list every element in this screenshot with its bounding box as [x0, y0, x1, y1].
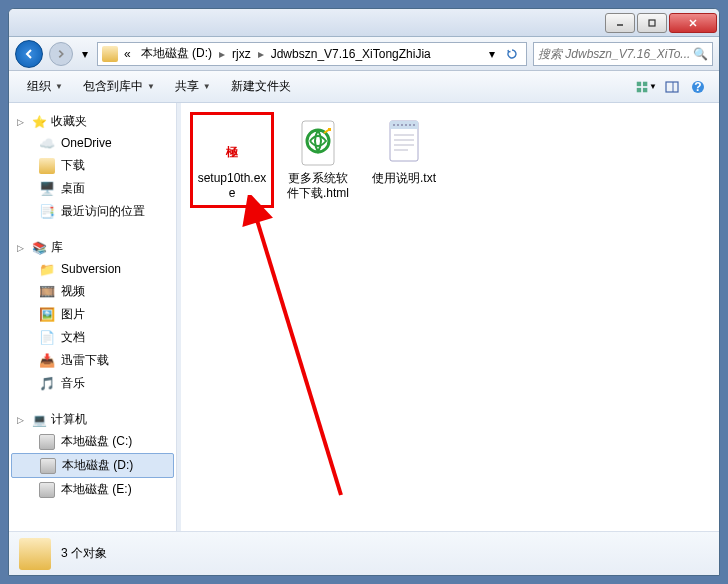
file-item-html[interactable]: 更多系统软件下载.html [279, 115, 357, 205]
search-input[interactable] [538, 47, 693, 61]
new-folder-button[interactable]: 新建文件夹 [223, 74, 299, 99]
breadcrumb-item[interactable]: rjxz [228, 45, 255, 63]
help-icon: ? [690, 79, 706, 95]
sidebar-favorites-header[interactable]: ▷ ⭐ 收藏夹 [9, 111, 176, 132]
sidebar-item-drive-e[interactable]: 本地磁盘 (E:) [9, 478, 176, 501]
sidebar-item-label: 音乐 [61, 375, 85, 392]
txt-icon [380, 119, 428, 167]
search-icon: 🔍 [693, 47, 708, 61]
svg-rect-8 [666, 82, 678, 92]
svg-point-22 [413, 124, 415, 126]
sidebar-item-label: 视频 [61, 283, 85, 300]
svn-icon: 📁 [39, 261, 55, 277]
sidebar-item-downloads[interactable]: 下载 [9, 154, 176, 177]
computer-icon: 💻 [31, 412, 47, 428]
desktop-icon: 🖥️ [39, 181, 55, 197]
svg-point-18 [397, 124, 399, 126]
sidebar-item-drive-c[interactable]: 本地磁盘 (C:) [9, 430, 176, 453]
back-button[interactable] [15, 40, 43, 68]
sidebar-item-thunder[interactable]: 📥迅雷下载 [9, 349, 176, 372]
arrow-right-icon [55, 48, 67, 60]
file-label: 更多系统软件下载.html [283, 171, 353, 201]
sidebar-item-recent[interactable]: 📑最近访问的位置 [9, 200, 176, 223]
svg-rect-4 [637, 81, 641, 85]
chevron-right-icon: ▸ [218, 47, 226, 61]
folder-icon [19, 538, 51, 570]
view-button[interactable]: ▼ [635, 76, 657, 98]
organize-button[interactable]: 组织▼ [19, 74, 71, 99]
breadcrumb-prefix[interactable]: « [120, 45, 135, 63]
svg-point-17 [393, 124, 395, 126]
sidebar-computer-header[interactable]: ▷ 💻 计算机 [9, 409, 176, 430]
sidebar-item-label: 本地磁盘 (E:) [61, 481, 132, 498]
annotation-arrow [241, 195, 361, 515]
svg-rect-1 [649, 20, 655, 26]
svg-point-21 [409, 124, 411, 126]
svg-rect-6 [637, 87, 641, 91]
view-icon [635, 79, 649, 95]
library-icon: 📚 [31, 240, 47, 256]
sidebar-item-label: 本地磁盘 (C:) [61, 433, 132, 450]
statusbar: 3 个对象 [9, 531, 719, 575]
sidebar-item-documents[interactable]: 📄文档 [9, 326, 176, 349]
minimize-button[interactable] [605, 13, 635, 33]
sidebar-item-label: 最近访问的位置 [61, 203, 145, 220]
download-icon: 📥 [39, 353, 55, 369]
sidebar-item-label: 文档 [61, 329, 85, 346]
sidebar-item-desktop[interactable]: 🖥️桌面 [9, 177, 176, 200]
drive-icon [39, 434, 55, 450]
sidebar-item-drive-d[interactable]: 本地磁盘 (D:) [11, 453, 174, 478]
help-button[interactable]: ? [687, 76, 709, 98]
drive-icon [39, 482, 55, 498]
svg-rect-5 [643, 81, 647, 85]
breadcrumb-item[interactable]: Jdwbszn_V7.16_XiTongZhiJia [267, 45, 435, 63]
exe-icon: 極 [208, 119, 256, 167]
maximize-button[interactable] [637, 13, 667, 33]
search-box[interactable]: 🔍 [533, 42, 713, 66]
sidebar-item-subversion[interactable]: 📁Subversion [9, 258, 176, 280]
svg-text:?: ? [694, 80, 701, 94]
svg-rect-7 [643, 87, 647, 91]
include-in-library-button[interactable]: 包含到库中▼ [75, 74, 163, 99]
refresh-button[interactable] [502, 43, 522, 65]
sidebar-item-videos[interactable]: 🎞️视频 [9, 280, 176, 303]
address-bar[interactable]: « 本地磁盘 (D:) ▸ rjxz ▸ Jdwbszn_V7.16_XiTon… [97, 42, 527, 66]
sidebar-item-label: OneDrive [61, 136, 112, 150]
drive-icon [40, 458, 56, 474]
sidebar-item-label: 迅雷下载 [61, 352, 109, 369]
svg-text:極: 極 [225, 145, 238, 159]
sidebar-item-music[interactable]: 🎵音乐 [9, 372, 176, 395]
pane-icon [664, 79, 680, 95]
address-dropdown[interactable]: ▾ [482, 43, 502, 65]
sidebar-libraries-header[interactable]: ▷ 📚 库 [9, 237, 176, 258]
share-button[interactable]: 共享▼ [167, 74, 219, 99]
svg-point-20 [405, 124, 407, 126]
star-icon: ⭐ [31, 114, 47, 130]
sidebar-item-label: 桌面 [61, 180, 85, 197]
navbar: ▾ « 本地磁盘 (D:) ▸ rjxz ▸ Jdwbszn_V7.16_XiT… [9, 37, 719, 71]
status-text: 3 个对象 [61, 545, 107, 562]
sidebar-item-onedrive[interactable]: ☁️OneDrive [9, 132, 176, 154]
sidebar-item-pictures[interactable]: 🖼️图片 [9, 303, 176, 326]
file-item-setup-exe[interactable]: 極 setup10th.exe [193, 115, 271, 205]
sidebar-item-label: Subversion [61, 262, 121, 276]
history-dropdown[interactable]: ▾ [79, 47, 91, 61]
picture-icon: 🖼️ [39, 307, 55, 323]
chevron-right-icon: ▸ [257, 47, 265, 61]
sidebar-header-label: 计算机 [51, 411, 87, 428]
cloud-icon: ☁️ [39, 135, 55, 151]
file-item-txt[interactable]: 使用说明.txt [365, 115, 443, 205]
breadcrumb-item[interactable]: 本地磁盘 (D:) [137, 43, 216, 64]
file-pane[interactable]: 極 setup10th.exe 更多系统软件下载.html 使用说明.txt [181, 103, 719, 531]
svg-point-19 [401, 124, 403, 126]
folder-icon [102, 46, 118, 62]
video-icon: 🎞️ [39, 284, 55, 300]
sidebar-header-label: 库 [51, 239, 63, 256]
forward-button[interactable] [49, 42, 73, 66]
music-icon: 🎵 [39, 376, 55, 392]
preview-pane-button[interactable] [661, 76, 683, 98]
explorer-window: ▾ « 本地磁盘 (D:) ▸ rjxz ▸ Jdwbszn_V7.16_XiT… [8, 8, 720, 576]
sidebar-item-label: 图片 [61, 306, 85, 323]
close-button[interactable] [669, 13, 717, 33]
file-label: 使用说明.txt [372, 171, 436, 186]
